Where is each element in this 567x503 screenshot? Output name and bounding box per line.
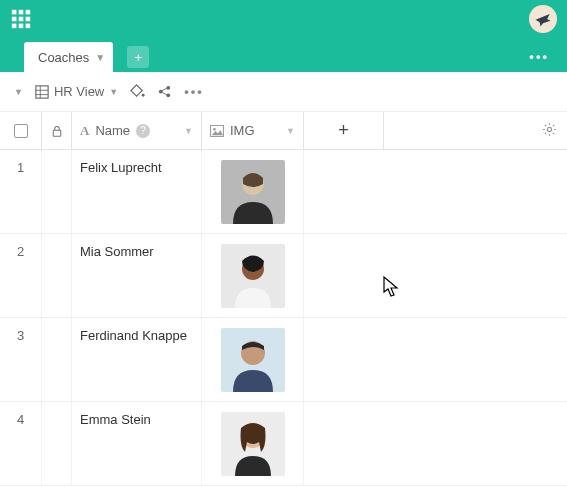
svg-point-21 (213, 128, 216, 131)
view-selector[interactable]: HR View ▼ (35, 84, 118, 99)
svg-rect-0 (12, 10, 17, 15)
person-thumbnail (221, 244, 285, 308)
svg-rect-2 (26, 10, 31, 15)
svg-point-16 (167, 93, 171, 97)
svg-rect-1 (19, 10, 24, 15)
header-lock-cell (42, 112, 72, 149)
collapse-button[interactable]: ▼ (14, 87, 23, 97)
select-all-checkbox[interactable] (14, 124, 28, 138)
chevron-down-icon: ▼ (109, 87, 118, 97)
cell-name[interactable]: Emma Stein (72, 402, 202, 485)
tab-more-button[interactable]: ••• (529, 49, 549, 64)
table-row[interactable]: 1 Felix Luprecht (0, 150, 567, 234)
view-label: HR View (54, 84, 104, 99)
header-name-cell[interactable]: A Name ? ▼ (72, 112, 202, 149)
table-settings-button[interactable] (542, 122, 557, 140)
image-type-icon (210, 125, 224, 137)
chevron-down-icon[interactable]: ▼ (184, 126, 193, 136)
svg-line-18 (162, 92, 167, 94)
lock-icon (51, 125, 63, 137)
svg-rect-8 (26, 24, 31, 29)
row-number: 3 (0, 318, 42, 401)
table-row[interactable]: 3 Ferdinand Knappe (0, 318, 567, 402)
svg-line-17 (162, 88, 167, 90)
cell-name[interactable]: Ferdinand Knappe (72, 318, 202, 401)
column-label: IMG (230, 123, 255, 138)
text-type-icon: A (80, 123, 89, 139)
paint-bucket-icon (130, 84, 145, 99)
svg-rect-3 (12, 17, 17, 22)
more-icon: ••• (529, 49, 549, 64)
chevron-down-icon[interactable]: ▼ (286, 126, 295, 136)
share-icon (157, 84, 172, 99)
tab-label: Coaches (38, 50, 89, 65)
table-row[interactable]: 4 Emma Stein (0, 402, 567, 486)
cell-name[interactable]: Mia Sommer (72, 234, 202, 317)
paint-button[interactable] (130, 84, 145, 99)
table-body: 1 Felix Luprecht 2 Mia Sommer 3 Ferdinan… (0, 150, 567, 486)
gear-icon (542, 122, 557, 137)
row-lock-cell (42, 318, 72, 401)
cell-img[interactable] (202, 318, 304, 401)
row-number: 1 (0, 150, 42, 233)
chevron-down-icon: ▼ (14, 87, 23, 97)
cell-img[interactable] (202, 234, 304, 317)
header-img-cell[interactable]: IMG ▼ (202, 112, 304, 149)
more-icon: ••• (184, 84, 204, 99)
person-thumbnail (221, 328, 285, 392)
person-thumbnail (221, 160, 285, 224)
user-avatar[interactable] (529, 5, 557, 33)
svg-point-22 (547, 127, 551, 131)
add-column-button[interactable]: + (304, 112, 384, 149)
help-icon[interactable]: ? (136, 124, 150, 138)
svg-point-15 (167, 86, 171, 90)
cell-name[interactable]: Felix Luprecht (72, 150, 202, 233)
chevron-down-icon: ▼ (95, 52, 105, 63)
svg-point-13 (142, 94, 145, 97)
row-number: 4 (0, 402, 42, 485)
row-number: 2 (0, 234, 42, 317)
grid-view-icon (35, 85, 49, 99)
top-bar (0, 0, 567, 38)
row-lock-cell (42, 402, 72, 485)
column-label: Name (95, 123, 130, 138)
tab-bar: Coaches ▼ + ••• (0, 38, 567, 72)
plus-icon: + (338, 120, 349, 141)
share-button[interactable] (157, 84, 172, 99)
table-row[interactable]: 2 Mia Sommer (0, 234, 567, 318)
plus-icon: + (134, 50, 142, 65)
row-lock-cell (42, 150, 72, 233)
svg-rect-5 (26, 17, 31, 22)
table-header: A Name ? ▼ IMG ▼ + (0, 112, 567, 150)
apps-grid-icon[interactable] (10, 8, 32, 30)
row-lock-cell (42, 234, 72, 317)
person-thumbnail (221, 412, 285, 476)
svg-rect-6 (12, 24, 17, 29)
toolbar-more-button[interactable]: ••• (184, 84, 204, 99)
svg-rect-9 (36, 85, 48, 97)
svg-rect-4 (19, 17, 24, 22)
cell-img[interactable] (202, 402, 304, 485)
svg-rect-19 (53, 130, 61, 136)
add-tab-button[interactable]: + (127, 46, 149, 68)
tab-coaches[interactable]: Coaches ▼ (24, 42, 113, 72)
cell-img[interactable] (202, 150, 304, 233)
toolbar: ▼ HR View ▼ ••• (0, 72, 567, 112)
header-checkbox-cell[interactable] (0, 112, 42, 149)
svg-rect-7 (19, 24, 24, 29)
